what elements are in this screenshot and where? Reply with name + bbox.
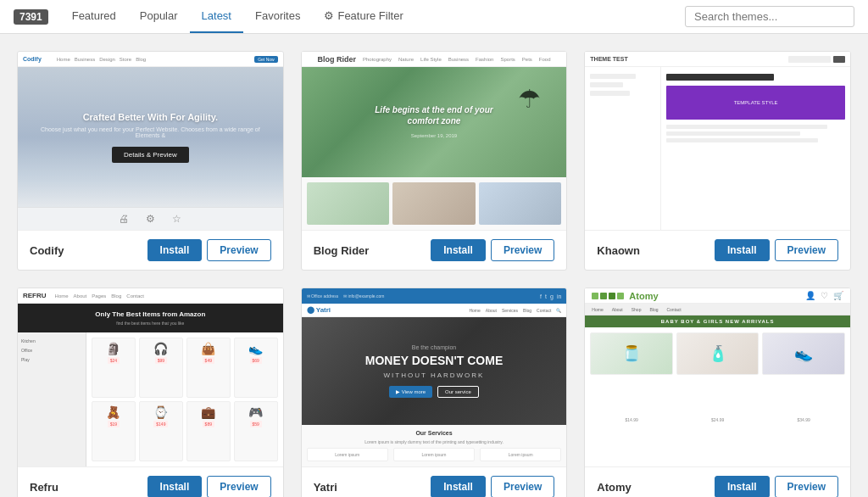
yatri-name: Yatri: [314, 481, 426, 494]
atomy-product-label-1: $14.99: [590, 417, 673, 461]
refru-install-btn[interactable]: Install: [147, 476, 203, 497]
refru-logo: REFRU: [23, 292, 47, 299]
yatri-service-col-3: Lorem ipsum: [480, 448, 561, 461]
yatri-logo: ⬤ Yatri: [307, 306, 331, 314]
refru-product-icon-7: 💼: [201, 405, 215, 419]
khaown-sidebar: [585, 67, 661, 230]
atomy-install-btn[interactable]: Install: [715, 476, 770, 497]
atomy-logo-blocks: [592, 293, 624, 299]
tab-featured[interactable]: Featured: [60, 0, 128, 33]
blogrider-date: September 19, 2019: [411, 133, 457, 138]
khaown-purple-block: TEMPLATE STYLE: [666, 86, 845, 120]
refru-product-icon-6: ⌚: [153, 405, 168, 419]
theme-card-yatri: ✉ Office address ✉ info@example.com f t …: [301, 288, 568, 497]
khaown-main: TEMPLATE STYLE: [661, 67, 850, 230]
yatri-hero-btns: ▶ View more Our service: [389, 386, 479, 398]
refru-product-icon-1: 🗿: [106, 342, 120, 355]
refru-product-3: 👜 $49: [186, 338, 231, 398]
yatri-topbar: ✉ Office address ✉ info@example.com f t …: [302, 288, 567, 304]
theme-preview-refru: REFRU Home About Pages Blog Contact Only…: [18, 288, 283, 466]
atomy-preview-btn[interactable]: Preview: [775, 476, 838, 497]
codify-preview-btn[interactable]: Preview: [207, 239, 270, 261]
blogrider-install-btn[interactable]: Install: [431, 239, 486, 261]
atomy-icons: 👤 ♡ 🛒: [805, 291, 843, 300]
khaown-footer: Khaown Install Preview: [585, 230, 850, 270]
theme-count: 7391: [14, 9, 48, 25]
codify-logo-text: Codify: [23, 56, 42, 62]
refru-product-price-5: $19: [108, 421, 120, 427]
atomy-product-img-3: 👟: [762, 332, 845, 375]
tab-popular[interactable]: Popular: [128, 0, 190, 33]
refru-product-6: ⌚ $149: [139, 401, 183, 461]
blogrider-topbar: Blog Rider Photography Nature Life Style…: [302, 52, 567, 67]
khaown-line-2: [666, 131, 800, 136]
refru-hero-subtitle: find the best items here that you like: [26, 321, 275, 326]
khaown-search-button: [833, 56, 845, 63]
refru-preview-btn[interactable]: Preview: [207, 476, 270, 497]
codify-hero-subtitle: Choose just what you need for your Perfe…: [35, 126, 266, 138]
refru-product-price-1: $24: [108, 357, 120, 364]
refru-product-7: 💼 $89: [186, 401, 231, 461]
facebook-icon: f: [540, 293, 542, 299]
atomy-name: Atomy: [597, 481, 709, 494]
tab-feature-filter[interactable]: ⚙ Feature Filter: [312, 0, 415, 33]
codify-install-btn[interactable]: Install: [147, 239, 203, 261]
refru-product-price-6: $149: [153, 421, 168, 427]
nav-bar: 7391 Featured Popular Latest Favorites ⚙…: [0, 0, 868, 34]
theme-preview-yatri: ✉ Office address ✉ info@example.com f t …: [302, 288, 567, 466]
atomy-block-4: [617, 293, 624, 299]
khaown-sidebar-item-3: [590, 91, 629, 96]
atomy-product-label-2: $24.99: [676, 417, 760, 461]
khaown-install-btn[interactable]: Install: [715, 239, 770, 261]
blogrider-preview-btn[interactable]: Preview: [491, 239, 554, 261]
yatri-service-label-3: Lorem ipsum: [484, 452, 557, 457]
atomy-product-label-3: $34.99: [762, 417, 845, 461]
refru-product-price-2: $99: [155, 357, 167, 364]
codify-icons: 🖨 ⚙ ☆: [18, 207, 283, 230]
yatri-install-btn[interactable]: Install: [431, 476, 486, 497]
khaown-name: Khaown: [597, 244, 709, 257]
yatri-service-cols: Lorem ipsum Lorem ipsum Lorem ipsum: [307, 448, 562, 461]
yatri-service-label-2: Lorem ipsum: [398, 452, 470, 457]
atomy-banner: BABY BOY & GIRLS NEW ARRIVALS: [585, 316, 850, 327]
atomy-product-img-1: 🫙: [590, 332, 673, 375]
khaown-line-3: [666, 138, 818, 142]
codify-name: Codify: [30, 244, 142, 257]
yatri-preview-btn[interactable]: Preview: [491, 476, 554, 497]
blogrider-hero: ☂ Life begins at the end of your comfort…: [302, 67, 567, 177]
blogrider-thumb-1: [307, 182, 390, 225]
theme-preview-khaown: THEME TEST TEMPLATE STYLE: [585, 52, 850, 230]
refru-hero-title: Only The Best Items from Amazon: [26, 310, 275, 318]
theme-card-blogrider: Blog Rider Photography Nature Life Style…: [301, 51, 568, 271]
atomy-logo-text: Atomy: [629, 291, 658, 301]
yatri-services: Our Services Lorem ipsum is simply dummy…: [302, 425, 567, 466]
blogrider-thumb-2: [392, 182, 476, 225]
atomy-heart-icon: ♡: [821, 291, 828, 300]
khaown-line-1: [666, 125, 827, 129]
codify-nav: Home Business Design Store Blog: [57, 57, 146, 62]
codify-icon-star: ☆: [172, 213, 181, 225]
yatri-footer: Yatri Install Preview: [302, 466, 567, 497]
yatri-hero-sub: WITHOUT HARDWORK: [384, 371, 485, 379]
search-input[interactable]: [685, 6, 854, 27]
refru-product-icon-2: 🎧: [153, 342, 168, 355]
codify-topbar: Codify Home Business Design Store Blog G…: [18, 52, 283, 67]
refru-grid: Kitchen Office Play 🗿 $24 🎧 $99 👜: [18, 332, 283, 466]
refru-product-price-4: $69: [250, 357, 262, 364]
codify-hero-title: Crafted Better With For Agility.: [83, 112, 218, 122]
theme-preview-blogrider: Blog Rider Photography Nature Life Style…: [302, 52, 567, 230]
atomy-block-3: [609, 293, 615, 299]
khaown-preview-btn[interactable]: Preview: [775, 239, 838, 261]
tab-latest[interactable]: Latest: [190, 0, 243, 33]
tab-favorites[interactable]: Favorites: [243, 0, 312, 33]
yatri-services-title: Our Services: [307, 430, 562, 436]
nav-tabs: Featured Popular Latest Favorites ⚙ Feat…: [60, 0, 415, 33]
yatri-top-links: ✉ Office address ✉ info@example.com: [307, 293, 385, 299]
theme-card-refru: REFRU Home About Pages Blog Contact Only…: [17, 288, 284, 497]
atomy-block-1: [592, 293, 598, 299]
theme-card-khaown: THEME TEST TEMPLATE STYLE: [584, 51, 851, 271]
khaown-sidebar-item-1: [590, 74, 636, 79]
refru-cat-play: Play: [21, 356, 82, 363]
yatri-navbar: ⬤ Yatri Home About Services Blog Contact…: [302, 304, 567, 317]
blogrider-name: Blog Rider: [314, 244, 426, 257]
